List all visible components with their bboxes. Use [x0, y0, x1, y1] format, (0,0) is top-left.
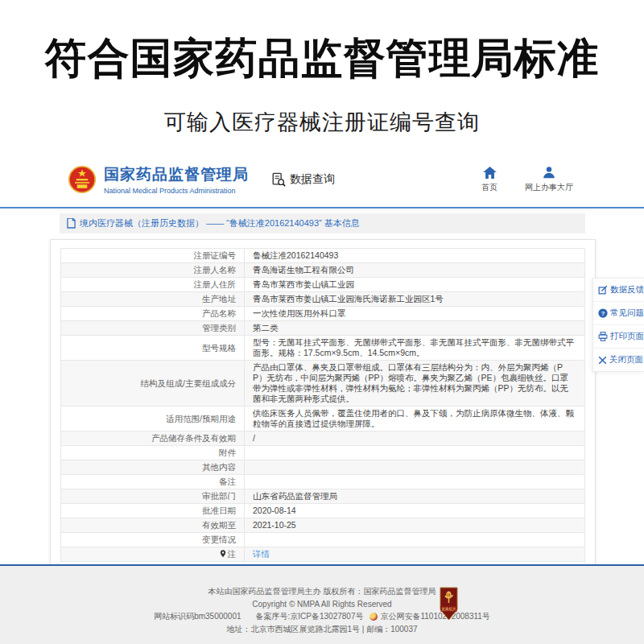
row-value: 青岛海诺生物工程有限公司	[245, 263, 585, 278]
info-card: 注册证编号鲁械注准20162140493注册人名称青岛海诺生物工程有限公司注册人…	[50, 239, 596, 571]
float-item-close[interactable]: 关闭页面	[593, 349, 644, 371]
user-icon	[543, 166, 555, 179]
table-row: 注册证编号鲁械注准20162140493	[61, 249, 585, 263]
table-row: 有效期至2021-10-25	[61, 518, 585, 533]
document-icon	[67, 218, 76, 229]
row-value: /	[245, 431, 585, 446]
row-value: 青岛市莱西市姜山镇工业园海氏海诺新工业园区1号	[245, 292, 585, 307]
question-icon: ?	[598, 308, 608, 318]
row-label: 适用范围/预期用途	[61, 407, 245, 431]
nmpa-logo[interactable]: 国家药品监督管理局 National Medical Products Admi…	[68, 164, 249, 195]
row-label: 管理类别	[61, 321, 245, 336]
edit-icon	[598, 285, 608, 295]
row-value: 第二类	[245, 321, 585, 336]
row-label: 批准日期	[61, 504, 245, 518]
float-item-label: 关闭页面	[609, 354, 643, 365]
printer-icon	[598, 332, 608, 341]
row-value: 供临床医务人员佩带，覆盖住使用者的口、鼻及下颌，为防止病原体微生物、体液、颗粒物…	[245, 407, 585, 431]
hero-banner: 符合国家药品监督管理局标准 可输入医疗器械注册证编号查询	[0, 0, 644, 151]
table-row: 注册人名称青岛海诺生物工程有限公司	[61, 263, 585, 278]
info-table: 注册证编号鲁械注准20162140493注册人名称青岛海诺生物工程有限公司注册人…	[60, 248, 585, 562]
table-row: 生产地址青岛市莱西市姜山镇工业园海氏海诺新工业园区1号	[61, 292, 585, 307]
close-icon	[598, 356, 607, 365]
row-value: 一次性使用医用外科口罩	[245, 307, 585, 321]
footer-line-registration: 网站标识码bm35000001备案序号:京ICP备13027807号京公网安备1…	[0, 610, 644, 623]
float-item-faq[interactable]: ? 常见问题	[593, 302, 644, 325]
row-value: 青岛市莱西市姜山镇工业园	[245, 278, 585, 292]
row-label: 注	[61, 547, 245, 562]
nav-home[interactable]: 首页	[481, 167, 497, 193]
row-value: 2021-10-25	[245, 518, 585, 533]
table-row: 备注	[61, 475, 585, 489]
table-row: 附件	[61, 446, 585, 460]
nav-online-hall-label: 网上办事大厅	[525, 182, 573, 193]
site-footer: 本站由国家药品监督管理局主办 版权所有：国家药品监督管理局 Copyright …	[0, 564, 644, 644]
footer-line-host: 本站由国家药品监督管理局主办 版权所有：国家药品监督管理局	[0, 585, 644, 598]
footer-line-copyright: Copyright © NMPA All Rights Reserved	[0, 598, 644, 611]
table-row: 产品名称一次性使用医用外科口罩	[61, 307, 585, 321]
breadcrumb-text: 境内医疗器械（注册历史数据） —— “鲁械注准20162140493” 基本信息	[80, 217, 360, 229]
footer-site-code: 网站标识码bm35000001	[154, 612, 241, 621]
float-item-label: 打印页面	[610, 331, 644, 342]
table-row: 变更情况	[61, 533, 585, 547]
pin-icon	[220, 550, 226, 558]
gov-agency-badge-icon[interactable]: 党政机关	[440, 587, 458, 621]
tab-data-query-label: 数据查询	[290, 172, 335, 187]
row-value: 鲁械注准20162140493	[245, 249, 585, 263]
svg-text:?: ?	[601, 310, 605, 317]
table-row: 注详情	[61, 547, 585, 562]
site-header: 国家药品监督管理局 National Medical Products Admi…	[0, 153, 644, 206]
row-value: 详情	[245, 547, 585, 562]
row-label: 注册人住所	[61, 278, 245, 292]
table-row: 批准日期2020-08-14	[61, 504, 585, 518]
row-label: 注册证编号	[61, 249, 245, 263]
table-row: 适用范围/预期用途供临床医务人员佩带，覆盖住使用者的口、鼻及下颌，为防止病原体微…	[61, 407, 585, 431]
row-label: 附件	[61, 446, 245, 460]
row-value	[245, 460, 585, 475]
row-label: 备注	[61, 475, 245, 489]
row-label: 审批部门	[61, 489, 245, 504]
table-row: 注册人住所青岛市莱西市姜山镇工业园	[61, 278, 585, 292]
footer-police-record[interactable]: 京公网安备11010202008311号	[380, 612, 489, 621]
row-label: 型号规格	[61, 336, 245, 361]
detail-link[interactable]: 详情	[253, 549, 270, 559]
hero-subtitle: 可输入医疗器械注册证编号查询	[0, 108, 644, 137]
row-label: 产品名称	[61, 307, 245, 321]
float-item-label: 数据反馈	[610, 284, 644, 295]
table-row: 管理类别第二类	[61, 321, 585, 336]
row-value: 山东省药品监督管理局	[245, 489, 585, 504]
row-label: 其他内容	[61, 460, 245, 475]
info-table-body: 注册证编号鲁械注准20162140493注册人名称青岛海诺生物工程有限公司注册人…	[61, 249, 585, 562]
national-emblem-icon	[68, 165, 97, 194]
row-value	[245, 533, 585, 547]
table-row: 产品储存条件及有效期/	[61, 431, 585, 446]
footer-line-address: 地址：北京市西城区展览路北露园1号 | 邮编：100037	[0, 623, 644, 636]
row-label: 有效期至	[61, 518, 245, 533]
row-label: 生产地址	[61, 292, 245, 307]
row-value: 型号：无菌耳挂式平面形、无菌绑带式平面形、非无菌耳挂式平面形、非无菌绑带式平面形…	[245, 336, 585, 361]
row-value	[245, 446, 585, 460]
row-label: 产品储存条件及有效期	[61, 431, 245, 446]
gov-badge-label: 党政机关	[441, 606, 456, 612]
table-row: 其他内容	[61, 460, 585, 475]
row-label: 结构及组成/主要组成成分	[61, 361, 245, 407]
row-value: 2020-08-14	[245, 504, 585, 518]
float-item-feedback[interactable]: 数据反馈	[593, 279, 644, 302]
tab-data-query[interactable]: 数据查询	[271, 172, 335, 187]
table-row: 型号规格型号：无菌耳挂式平面形、无菌绑带式平面形、非无菌耳挂式平面形、非无菌绑带…	[61, 336, 585, 361]
row-value: 产品由口罩体、鼻夹及口罩带组成。口罩体有三层结构分为：内、外层为聚丙烯（PP）无…	[245, 361, 585, 407]
org-name-en: National Medical Products Administration	[104, 187, 249, 195]
footer-icp: 备案序号:京ICP备13027807号	[256, 612, 364, 621]
table-row: 结构及组成/主要组成成分产品由口罩体、鼻夹及口罩带组成。口罩体有三层结构分为：内…	[61, 361, 585, 407]
home-icon	[483, 167, 497, 179]
nav-online-hall[interactable]: 网上办事大厅	[525, 166, 573, 193]
float-item-label: 常见问题	[610, 308, 644, 319]
nav-home-label: 首页	[481, 182, 497, 193]
hero-title: 符合国家药品监督管理局标准	[0, 31, 644, 87]
org-name: 国家药品监督管理局	[104, 164, 249, 185]
row-value	[245, 475, 585, 489]
float-item-print[interactable]: 打印页面	[593, 325, 644, 349]
header-divider	[0, 207, 644, 208]
table-row: 审批部门山东省药品监督管理局	[61, 489, 585, 504]
row-label: 变更情况	[61, 533, 245, 547]
